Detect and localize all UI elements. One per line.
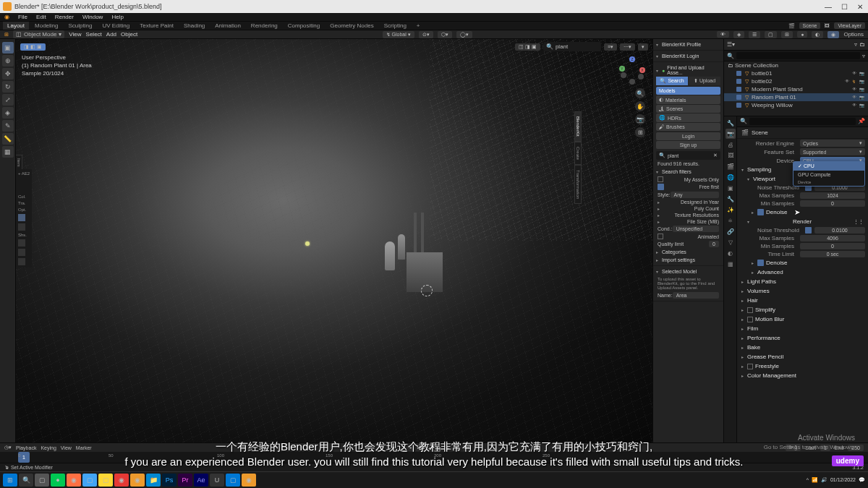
mode-selector[interactable]: ◫ Object Mode ▾ xyxy=(13,30,64,38)
out-item-3[interactable]: ▽ Random Plant 01 👁📷 xyxy=(724,93,868,101)
denoise-2[interactable]: Denoise xyxy=(737,258,868,267)
task-1[interactable]: ▢ xyxy=(35,474,49,487)
bk-tab-create[interactable]: Create xyxy=(574,142,582,165)
bk-find-header[interactable]: ●Find and Upload Asse... xyxy=(656,64,720,77)
bk-categories-head[interactable]: Categories xyxy=(656,248,720,256)
prop-tab-render[interactable]: 📷 xyxy=(726,129,736,139)
viewlayer-selector[interactable]: ViewLayer xyxy=(834,22,865,29)
tray-wifi-icon[interactable]: 📶 xyxy=(812,477,818,483)
menu-edit[interactable]: Edit xyxy=(36,14,46,20)
task-blender[interactable]: ◉ xyxy=(130,474,145,487)
performance-head[interactable]: Performance xyxy=(737,333,868,343)
out-item-4[interactable]: ▽ Weeping Willow 👁📷 xyxy=(724,101,868,109)
bk-cat-hdrs[interactable]: 🌐 HDRs xyxy=(656,114,720,122)
task-unreal[interactable]: U xyxy=(210,474,224,487)
prop-tab-tool[interactable]: 🔧 xyxy=(726,118,736,128)
timeline-track[interactable]: 1 0 50 100 150 200 250 xyxy=(0,452,868,463)
tab-animation[interactable]: Animation xyxy=(210,22,245,30)
render-sec-header[interactable]: Render⋮⋮ xyxy=(737,217,868,226)
light-paths-head[interactable]: Light Paths xyxy=(737,277,868,286)
menu-window[interactable]: Window xyxy=(82,14,103,20)
select-menu[interactable]: Select xyxy=(86,31,102,38)
prop-tab-world[interactable]: 🌐 xyxy=(726,172,736,182)
simplify-head[interactable]: Simplify xyxy=(737,305,868,314)
bk-profile-header[interactable]: BlenderKit Profile xyxy=(656,40,720,48)
vis-icon[interactable]: 👁 xyxy=(852,71,858,77)
tool-swatch-1[interactable] xyxy=(18,214,25,221)
rotate-tool[interactable]: ↻ xyxy=(2,81,14,93)
device-opt-cpu[interactable]: ✓ CPU xyxy=(793,162,864,171)
bk-free-first[interactable]: Free first xyxy=(656,183,720,191)
shading-wireframe[interactable]: ⊞ xyxy=(781,31,793,38)
bk-cat-materials[interactable]: ◐ Materials xyxy=(656,95,720,104)
bk-tab-transformation[interactable]: Transformation xyxy=(574,165,582,204)
snap-toggle[interactable]: ⬡▾ xyxy=(438,31,452,38)
move-tool[interactable]: ✥ xyxy=(2,68,14,80)
bk-cond[interactable]: Cond.:Unspecified xyxy=(656,225,720,233)
bk-cat-scenes[interactable]: 🏞 Scenes xyxy=(656,105,720,113)
prop-pin-icon[interactable]: 📌 xyxy=(858,118,865,125)
zoom-icon[interactable]: 🔍 xyxy=(635,88,645,98)
jump-end[interactable]: ⏭ xyxy=(463,445,471,451)
neg-axis-3[interactable] xyxy=(629,79,635,85)
prop-tab-output[interactable]: 🖨 xyxy=(726,140,736,150)
max-samples-2[interactable]: 4096 xyxy=(800,235,865,241)
bk-my-assets[interactable]: My Assets Only xyxy=(656,176,720,183)
tl-marker[interactable]: Marker xyxy=(76,445,92,450)
jump-start[interactable]: ⏮ xyxy=(416,445,424,451)
task-pr[interactable]: Pr xyxy=(178,474,192,487)
transform-tool[interactable]: ◈ xyxy=(2,107,14,119)
prop-tab-constraint[interactable]: 🔗 xyxy=(726,226,736,236)
task-6[interactable]: ◉ xyxy=(114,474,129,487)
task-ps[interactable]: Ps xyxy=(162,474,176,487)
max-samples-1[interactable]: 1024 xyxy=(800,192,865,199)
view-menu[interactable]: View xyxy=(69,31,81,38)
colormgmt-head[interactable]: Color Management xyxy=(737,371,868,380)
proportional[interactable]: ◯▾ xyxy=(456,31,472,38)
tray-notifications-icon[interactable]: 💬 xyxy=(859,477,865,483)
tray-date[interactable]: 01/12/2022 xyxy=(830,477,856,482)
tl-view[interactable]: View xyxy=(61,445,72,450)
tab-rendering[interactable]: Rendering xyxy=(247,22,282,30)
bk-style[interactable]: Style:Any xyxy=(656,191,720,199)
motionblur-head[interactable]: Motion Blur xyxy=(737,314,868,324)
tool-swatch-4[interactable] xyxy=(18,249,25,256)
bk-login-header[interactable]: BlenderKit Login xyxy=(656,52,720,60)
options-label[interactable]: Options xyxy=(843,31,864,38)
tab-sculpting[interactable]: Sculpting xyxy=(64,22,97,30)
tab-geo[interactable]: Geometry Nodes xyxy=(326,22,378,30)
scale-tool[interactable]: ⤢ xyxy=(2,94,14,106)
prop-tab-material[interactable]: ◐ xyxy=(726,248,736,258)
task-7[interactable]: 📁 xyxy=(146,474,161,487)
play[interactable]: ▶ xyxy=(444,445,452,451)
start-button[interactable]: ⊞ xyxy=(3,474,17,487)
close-button[interactable]: ✕ xyxy=(855,3,865,11)
camera-icon[interactable]: 📷 xyxy=(635,114,645,124)
nav-gizmo[interactable]: X Y Z xyxy=(616,55,647,85)
prop-tab-data[interactable]: ▽ xyxy=(726,237,736,247)
noise-th-checkbox-2[interactable] xyxy=(805,227,812,234)
bk-login-btn[interactable]: Login xyxy=(656,132,720,140)
render-icon[interactable]: 📷 xyxy=(859,95,865,100)
x-axis[interactable]: X xyxy=(639,67,645,73)
outliner-type-icon[interactable]: ☰▾ xyxy=(727,41,735,48)
shading-rendered[interactable]: ◉ xyxy=(827,31,839,38)
bk-poly[interactable]: Poly Count xyxy=(656,205,720,212)
render-engine-dropdown[interactable]: Cycles▾ xyxy=(800,140,865,147)
transform-icon[interactable]: ↯ xyxy=(852,79,858,85)
prop-tab-physics[interactable]: ⚛ xyxy=(726,215,736,226)
bk-filter-3[interactable]: ▾ xyxy=(638,43,648,51)
bk-top-search[interactable]: 🔍 plant xyxy=(543,42,601,51)
tab-shading[interactable]: Shading xyxy=(179,22,209,30)
prop-tab-texture[interactable]: ▦ xyxy=(726,259,736,269)
task-2[interactable]: ● xyxy=(51,474,65,487)
render-icon[interactable]: 📷 xyxy=(859,79,865,85)
bk-quality[interactable]: Quality limit0 xyxy=(656,240,720,248)
tab-layout[interactable]: Layout xyxy=(3,22,29,30)
tab-add[interactable]: + xyxy=(412,22,425,30)
search-button[interactable]: 🔍 xyxy=(19,474,33,487)
render-icon[interactable]: 📷 xyxy=(859,71,865,77)
keyframe-next[interactable]: ▸ xyxy=(454,445,461,451)
bk-filters-head[interactable]: Search filters xyxy=(656,168,720,176)
task-5[interactable]: ▢ xyxy=(98,474,113,487)
